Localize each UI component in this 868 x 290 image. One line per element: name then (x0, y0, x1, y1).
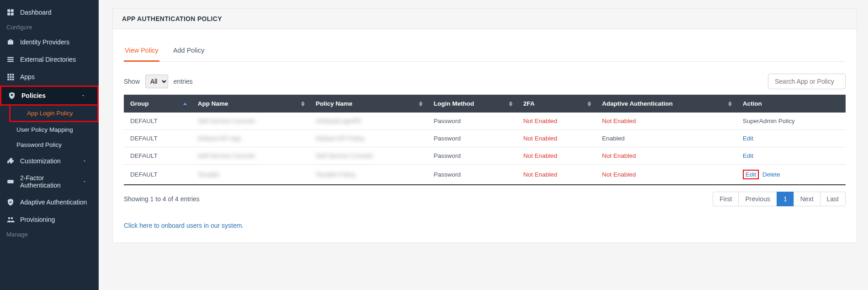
sort-icon (419, 101, 423, 106)
cell-adaptive: Not Enabled (596, 113, 736, 130)
cell-action: Edit (736, 147, 846, 165)
search-input[interactable] (768, 74, 846, 89)
sidebar-item-2fa[interactable]: 2-Factor Authentication (0, 170, 99, 193)
table-row: DEFAULT Default API App Default API Poli… (124, 130, 846, 147)
sidebar-item-customization[interactable]: Customization (0, 152, 99, 170)
cell-2fa: Not Enabled (517, 147, 596, 165)
users-icon (6, 215, 15, 224)
sort-asc-icon (183, 102, 187, 105)
sort-icon (728, 101, 732, 106)
sidebar-section-manage: Manage (0, 228, 99, 241)
dashboard-icon (6, 8, 15, 16)
col-app-name[interactable]: App Name (191, 95, 309, 113)
cell-group: DEFAULT (124, 147, 191, 165)
tab-view-policy[interactable]: View Policy (124, 42, 159, 62)
cell-app-name: Self Service Console (191, 113, 309, 130)
page-first[interactable]: First (713, 192, 739, 206)
svg-rect-11 (10, 76, 12, 78)
cell-group: DEFAULT (124, 130, 191, 147)
sidebar-sub-app-login-policy[interactable]: App Login Policy (11, 106, 97, 121)
svg-rect-9 (12, 74, 14, 75)
pagination: First Previous 1 Next Last (713, 192, 846, 206)
sort-icon (587, 101, 591, 106)
sidebar-item-identity-providers[interactable]: Identity Providers (0, 33, 99, 51)
cell-2fa: Not Enabled (517, 113, 596, 130)
sidebar-item-label: Identity Providers (20, 38, 92, 46)
password-icon (6, 177, 15, 186)
cell-2fa: Not Enabled (517, 165, 596, 185)
chevron-down-icon (82, 159, 87, 163)
shield-icon (8, 91, 16, 100)
cell-login-method: Password (427, 165, 517, 185)
svg-rect-1 (11, 9, 14, 12)
policy-panel: APP AUTHENTICATION POLICY View Policy Ad… (112, 8, 857, 243)
main-content: APP AUTHENTICATION POLICY View Policy Ad… (99, 0, 868, 290)
page-last[interactable]: Last (820, 192, 846, 206)
briefcase-icon (6, 38, 15, 46)
svg-rect-3 (11, 13, 14, 16)
chevron-down-icon (81, 93, 85, 98)
show-label-pre: Show (124, 78, 140, 85)
svg-rect-13 (7, 79, 9, 81)
col-2fa[interactable]: 2FA (517, 95, 596, 113)
sidebar-item-apps[interactable]: Apps (0, 68, 99, 86)
sort-icon (509, 101, 513, 106)
sidebar-item-adaptive-auth[interactable]: Adaptive Authentication (0, 193, 99, 211)
cell-adaptive: Enabled (596, 130, 736, 147)
svg-rect-16 (7, 180, 14, 183)
sort-icon (301, 101, 305, 106)
svg-rect-4 (7, 57, 14, 58)
sidebar-item-label: Apps (20, 73, 92, 81)
sidebar-item-label: Policies (21, 92, 81, 99)
edit-link[interactable]: Edit (743, 152, 753, 159)
entries-select[interactable]: All (145, 75, 168, 88)
entries-info: Showing 1 to 4 of 4 entries (124, 195, 200, 203)
cell-adaptive: Not Enabled (596, 165, 736, 185)
page-1[interactable]: 1 (777, 192, 794, 206)
col-adaptive[interactable]: Adaptive Authentication (596, 95, 736, 113)
shield-check-icon (6, 198, 15, 206)
cell-app-name: Self Service Console (191, 147, 309, 165)
page-title: APP AUTHENTICATION POLICY (113, 9, 857, 29)
tab-add-policy[interactable]: Add Policy (172, 42, 206, 61)
sidebar-item-label: Dashboard (20, 9, 92, 16)
table-controls: Show All entries (124, 74, 846, 89)
col-action[interactable]: Action (736, 95, 846, 113)
sidebar-item-external-directories[interactable]: External Directories (0, 51, 99, 68)
sidebar-item-label: 2-Factor Authentication (20, 174, 82, 189)
sidebar: Dashboard Configure Identity Providers E… (0, 0, 99, 290)
onboard-users-link[interactable]: Click here to onboard users in our syste… (124, 222, 243, 229)
svg-point-17 (8, 217, 11, 220)
svg-rect-15 (12, 79, 14, 81)
cell-action: Edit (736, 130, 846, 147)
svg-rect-10 (7, 76, 9, 78)
chevron-down-icon (82, 179, 87, 184)
table-footer: Showing 1 to 4 of 4 entries First Previo… (124, 192, 846, 206)
sidebar-item-policies[interactable]: Policies (1, 87, 97, 104)
cell-adaptive: Not Enabled (596, 147, 736, 165)
sidebar-item-dashboard[interactable]: Dashboard (0, 4, 99, 21)
page-prev[interactable]: Previous (738, 192, 777, 206)
edit-link[interactable]: Edit (743, 135, 753, 142)
col-login-method[interactable]: Login Method (427, 95, 517, 113)
sidebar-sub-password-policy[interactable]: Password Policy (0, 137, 99, 152)
cell-policy-name: xDefaultLoginPfl (309, 113, 427, 130)
sidebar-item-provisioning[interactable]: Provisioning (0, 211, 99, 228)
policy-table: Group App Name Policy Name Login Method … (124, 95, 846, 185)
sidebar-item-label: External Directories (20, 56, 92, 63)
apps-grid-icon (6, 73, 15, 81)
show-label-post: entries (174, 78, 193, 85)
table-row: DEFAULT Tenable Tenable Policy Password … (124, 165, 846, 185)
edit-link[interactable]: Edit (746, 171, 756, 178)
sidebar-item-label: Provisioning (20, 216, 92, 223)
svg-rect-0 (7, 9, 10, 12)
col-group[interactable]: Group (124, 95, 191, 113)
svg-rect-7 (7, 74, 9, 75)
svg-rect-8 (10, 74, 12, 75)
delete-link[interactable]: Delete (762, 171, 780, 178)
col-policy-name[interactable]: Policy Name (309, 95, 427, 113)
table-row: DEFAULT Self Service Console Self Servic… (124, 147, 846, 165)
cell-policy-name: Self Service Console (309, 147, 427, 165)
sidebar-sub-user-policy-mapping[interactable]: User Policy Mapping (0, 122, 99, 137)
page-next[interactable]: Next (794, 192, 820, 206)
